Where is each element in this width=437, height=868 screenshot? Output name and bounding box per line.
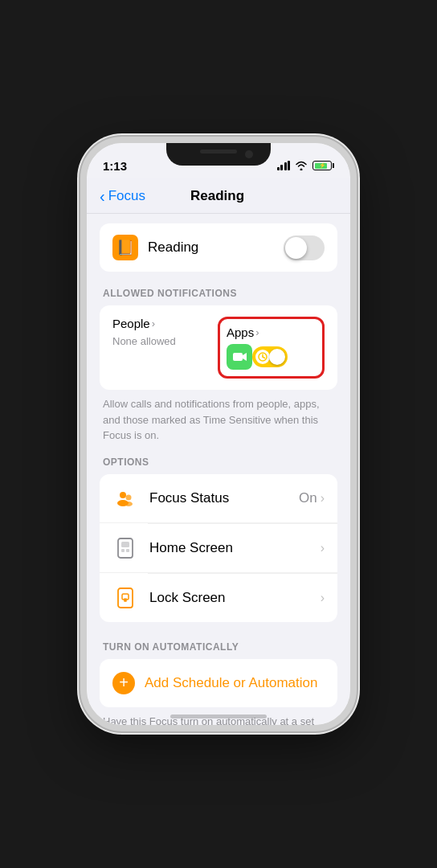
apps-title: Apps › (227, 326, 316, 339)
options-header: OPTIONS (100, 457, 337, 468)
lock-screen-icon (112, 585, 138, 611)
apps-toggle (252, 346, 288, 367)
add-schedule-card: + Add Schedule or Automation (100, 659, 337, 707)
lock-screen-label: Lock Screen (149, 590, 321, 606)
svg-point-16 (125, 599, 127, 601)
back-button[interactable]: ‹ Focus (100, 188, 145, 204)
toggle-knob (285, 237, 307, 259)
svg-point-6 (126, 494, 132, 500)
status-time: 1:13 (103, 159, 127, 173)
people-subtitle: None allowed (112, 335, 202, 347)
options-card: Focus Status On › Home S (100, 474, 337, 622)
reading-label: Reading (148, 240, 284, 256)
main-content: 📙 Reading ALLOWED NOTIFICATIONS People › (87, 214, 350, 725)
notifications-row: People › None allowed Apps › (100, 305, 337, 390)
app-icons-row (227, 344, 316, 370)
home-indicator[interactable] (170, 714, 267, 719)
app-icon-green (227, 344, 252, 370)
toggle-knob-yellow (269, 349, 285, 365)
reading-row: 📙 Reading (100, 223, 337, 272)
focus-status-row[interactable]: Focus Status On › (100, 474, 337, 523)
signal-icon (277, 161, 291, 170)
battery-icon: ⚡ (312, 161, 334, 170)
svg-rect-12 (126, 549, 129, 552)
notifications-card: People › None allowed Apps › (100, 305, 337, 390)
page-title: Reading (145, 188, 289, 204)
allowed-notifications-header: ALLOWED NOTIFICATIONS (100, 288, 337, 299)
focus-status-chevron: › (321, 491, 325, 506)
svg-marker-1 (243, 353, 247, 361)
clock-icon (255, 350, 270, 364)
svg-rect-10 (121, 542, 129, 547)
home-screen-icon (112, 535, 138, 561)
status-icons: ⚡ (277, 161, 335, 170)
home-screen-label: Home Screen (149, 540, 321, 556)
focus-status-value: On (299, 490, 317, 506)
people-title: People › (112, 317, 202, 330)
svg-line-4 (263, 357, 265, 358)
people-notifications[interactable]: People › None allowed (112, 317, 202, 379)
svg-point-8 (125, 502, 133, 506)
svg-rect-0 (233, 353, 243, 361)
reading-icon: 📙 (112, 235, 138, 260)
nav-bar: ‹ Focus Reading (87, 178, 350, 214)
svg-rect-9 (118, 538, 133, 558)
people-chevron: › (152, 317, 155, 330)
lock-screen-chevron: › (321, 591, 325, 605)
lock-screen-row[interactable]: Lock Screen › (100, 574, 337, 622)
wifi-icon (295, 161, 308, 170)
notifications-info-text: Allow calls and notifications from peopl… (100, 396, 337, 457)
apps-chevron: › (255, 326, 259, 338)
home-screen-row[interactable]: Home Screen › (100, 524, 337, 573)
svg-point-5 (120, 492, 126, 498)
reading-toggle[interactable] (284, 235, 325, 260)
add-schedule-row[interactable]: + Add Schedule or Automation (100, 659, 337, 707)
add-icon: + (112, 672, 135, 694)
back-label: Focus (108, 188, 145, 204)
reading-toggle-card: 📙 Reading (100, 223, 337, 272)
chevron-left-icon: ‹ (100, 188, 105, 204)
add-schedule-label: Add Schedule or Automation (145, 675, 317, 691)
auto-header: TURN ON AUTOMATICALLY (100, 641, 337, 653)
focus-status-label: Focus Status (149, 490, 299, 506)
home-screen-chevron: › (321, 541, 325, 555)
focus-status-icon (112, 485, 138, 511)
apps-notifications-highlighted[interactable]: Apps › (218, 317, 325, 379)
svg-rect-11 (121, 549, 125, 552)
